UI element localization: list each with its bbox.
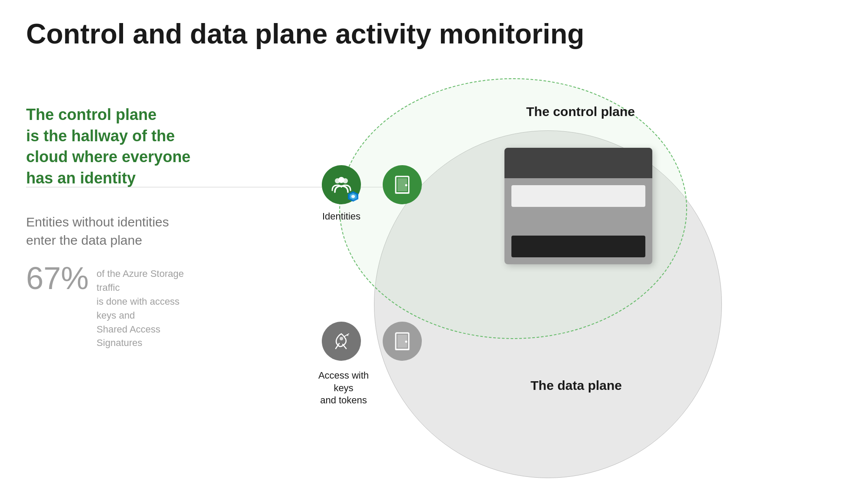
- card-top-bar: [504, 148, 652, 178]
- door-green-icon: [391, 174, 413, 196]
- door-gray-icon: [391, 330, 413, 352]
- control-plane-label: The control plane: [526, 104, 635, 119]
- data-plane-label: The data plane: [531, 378, 622, 393]
- resource-card: [504, 148, 652, 264]
- card-row-1: [511, 185, 645, 207]
- azure-logo: [347, 190, 359, 203]
- lower-left: Entities without identitiesenter the dat…: [26, 204, 226, 350]
- svg-point-10: [340, 337, 343, 340]
- card-row-3: [511, 236, 645, 257]
- door-green-icon-circle: [383, 165, 422, 204]
- stat-percent: 67%: [26, 263, 89, 294]
- left-panel: The control plane is the hallway of the …: [26, 104, 252, 206]
- keys-label: Access with keysand tokens: [309, 369, 378, 407]
- svg-point-9: [405, 184, 407, 186]
- card-row-2: [511, 210, 645, 232]
- page-title: Control and data plane activity monitori…: [26, 17, 584, 51]
- keys-icon-circle: [322, 322, 361, 361]
- identities-label: Identities: [317, 211, 365, 222]
- identities-icon-circle: [322, 165, 361, 204]
- stat-row: 67% of the Azure Storage traffic is done…: [26, 263, 226, 350]
- keys-icon: [331, 330, 352, 352]
- diagram: The control plane The data plane: [296, 78, 844, 452]
- svg-point-2: [338, 177, 344, 183]
- green-heading: The control plane is the hallway of the …: [26, 104, 252, 189]
- door-gray-icon-circle: [383, 322, 422, 361]
- stat-description: of the Azure Storage traffic is done wit…: [97, 263, 201, 350]
- svg-point-14: [405, 341, 407, 343]
- entities-subheading: Entities without identitiesenter the dat…: [26, 213, 226, 249]
